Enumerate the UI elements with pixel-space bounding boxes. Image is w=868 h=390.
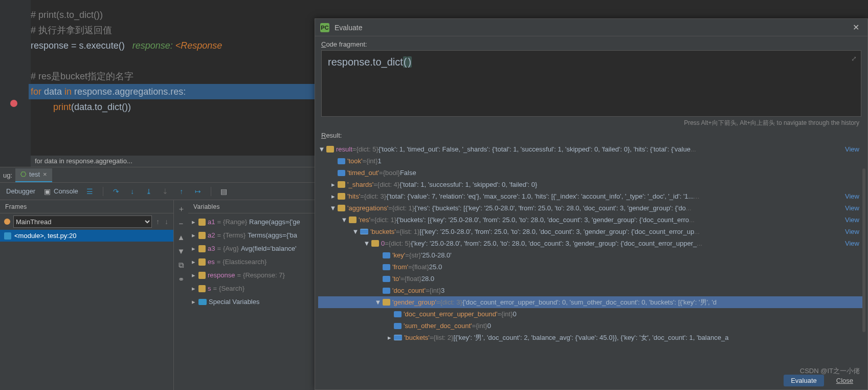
result-tree[interactable]: ▼result = {dict: 5} {'took': 1, 'timed_o… — [315, 143, 867, 343]
expand-icon[interactable]: ▼ — [363, 237, 370, 249]
grid-icon — [198, 299, 207, 305]
result-row[interactable]: 'doc_count_error_upper_bound' = {int} 0 — [318, 308, 864, 320]
result-row[interactable]: 'took' = {int} 1 — [318, 155, 864, 167]
variable-row[interactable]: ▸ es = {Elasticsearch} — [188, 255, 315, 269]
close-icon[interactable]: × — [43, 170, 47, 178]
result-type: {list: 2} — [433, 332, 453, 343]
view-link[interactable]: View — [842, 143, 859, 155]
run-to-cursor-icon[interactable]: ↦ — [193, 187, 203, 196]
step-over-icon[interactable]: ↷ — [112, 187, 121, 196]
result-type: {bool} — [383, 167, 400, 179]
expand-icon[interactable]: ▼ — [374, 296, 382, 308]
result-row[interactable]: 'sum_other_doc_count' = {int} 0 — [318, 320, 864, 332]
thread-status-icon — [4, 219, 10, 225]
result-row[interactable]: ▼'gender_group' = {dict: 3} {'doc_count_… — [318, 296, 864, 308]
expand-icon[interactable]: ▸ — [190, 270, 196, 281]
code-area[interactable]: # print(s.to_dict()) # 执行并拿到返回值 response… — [31, 7, 315, 115]
result-row[interactable]: 'key' = {str} '25.0-28.0' — [318, 249, 864, 261]
result-value: {'total': {'value': 7, 'relation': 'eq'}… — [386, 190, 694, 202]
type-icon — [349, 216, 357, 223]
prev-frame-icon[interactable]: ↑ — [155, 218, 161, 226]
breakpoint-marker[interactable] — [10, 100, 17, 107]
result-row[interactable]: 'from' = {float} 25.0 — [318, 261, 864, 273]
expand-icon[interactable]: ▼ — [329, 202, 337, 214]
result-row[interactable]: ▼'aggregations' = {dict: 1} {'res': {'bu… — [318, 202, 864, 214]
special-variables[interactable]: ▸ Special Variables — [188, 295, 315, 309]
result-row[interactable]: ▸'_shards' = {dict: 4} {'total': 1, 'suc… — [318, 179, 864, 190]
expand-icon[interactable]: ⤢ — [851, 55, 857, 62]
expand-icon[interactable]: ▸ — [190, 216, 196, 228]
expand-icon[interactable]: ▸ — [190, 230, 196, 241]
expand-icon[interactable]: ▸ — [190, 283, 196, 294]
down-icon[interactable]: ▼ — [177, 247, 185, 255]
variable-type: {Elasticsearch} — [222, 256, 266, 268]
object-icon — [198, 232, 206, 239]
expand-icon[interactable]: ▸ — [386, 332, 393, 343]
result-key: 'buckets' — [404, 332, 430, 343]
expand-icon[interactable]: ▼ — [318, 143, 325, 155]
remove-watch-icon[interactable]: − — [179, 219, 184, 228]
up-icon[interactable]: ▲ — [177, 233, 185, 242]
result-row[interactable]: ▸'buckets' = {list: 2} [{'key': '男', 'do… — [318, 332, 864, 343]
expand-icon[interactable]: ▸ — [329, 190, 337, 202]
expand-icon[interactable]: ▼ — [352, 226, 359, 237]
variable-row[interactable]: ▸ a2 = {Terms} Terms(aggs={'ba — [188, 229, 315, 242]
result-row[interactable]: ▼0 = {dict: 5} {'key': '25.0-28.0', 'fro… — [318, 237, 864, 249]
code-fragment-label: Code fragment: — [315, 36, 867, 50]
expand-icon[interactable]: ▸ — [190, 243, 196, 254]
scrollbar[interactable] — [862, 168, 865, 332]
step-into-icon[interactable]: ↓ — [128, 187, 137, 196]
expression-input[interactable]: response.to_dict() ⤢ — [321, 50, 861, 117]
code-editor[interactable]: # print(s.to_dict()) # 执行并拿到返回值 response… — [0, 0, 315, 167]
expand-icon[interactable]: ▼ — [341, 214, 348, 226]
view-link[interactable]: View — [842, 202, 859, 214]
tab-console[interactable]: ▣ Console — [42, 187, 78, 196]
duplicate-icon[interactable]: ⧉ — [179, 261, 184, 270]
type-icon — [383, 299, 390, 306]
result-type: {int} — [476, 320, 487, 332]
view-link[interactable]: View — [842, 237, 859, 249]
step-out-icon[interactable]: ↑ — [177, 187, 186, 196]
variable-row[interactable]: ▸ s = {Search} — [188, 282, 315, 295]
stack-frame[interactable]: <module>, test.py:20 — [0, 230, 173, 242]
result-row[interactable]: ▼'res' = {dict: 1} {'buckets': [{'key': … — [318, 214, 864, 226]
result-row[interactable]: ▼'buckets' = {list: 1} [{'key': '25.0-28… — [318, 226, 864, 237]
threads-icon[interactable]: ☰ — [85, 187, 95, 196]
breadcrumb[interactable]: for data in response.aggregatio... — [31, 156, 315, 167]
object-icon — [198, 245, 206, 252]
variable-name: s — [208, 283, 211, 294]
result-row[interactable]: 'timed_out' = {bool} False — [318, 167, 864, 179]
variable-row[interactable]: ▸ a1 = {Range} Range(aggs={'ge — [188, 215, 315, 229]
debug-run-tab[interactable]: ⎔ test × — [15, 168, 52, 182]
result-row[interactable]: 'doc_count' = {int} 3 — [318, 285, 864, 296]
result-value: {'took': 1, 'timed_out': False, '_shards… — [379, 143, 691, 155]
force-step-icon[interactable]: ⇣ — [161, 187, 170, 196]
view-link[interactable]: View — [842, 226, 859, 237]
result-value: 28.0 — [421, 273, 434, 285]
expand-icon[interactable]: ▸ — [329, 179, 337, 190]
expand-icon[interactable]: ▸ — [190, 256, 196, 268]
step-into-my-icon[interactable]: ⤓ — [144, 187, 153, 196]
type-icon — [338, 193, 345, 200]
result-row[interactable]: ▼result = {dict: 5} {'took': 1, 'timed_o… — [318, 143, 864, 155]
link-icon[interactable]: ⚭ — [178, 275, 185, 284]
close-button[interactable]: Close — [829, 375, 860, 386]
result-value: '25.0-28.0' — [421, 249, 452, 261]
result-value: {'key': '25.0-28.0', 'from': 25.0, 'to':… — [411, 237, 697, 249]
variable-name: es — [208, 256, 215, 268]
view-link[interactable]: View — [842, 214, 859, 226]
tab-label: test — [29, 170, 40, 178]
add-watch-icon[interactable]: ＋ — [177, 204, 185, 214]
thread-selector[interactable]: MainThread — [13, 215, 152, 228]
result-row[interactable]: 'to' = {float} 28.0 — [318, 273, 864, 285]
evaluate-button[interactable]: Evaluate — [784, 375, 824, 386]
variable-row[interactable]: ▸ a3 = {Avg} Avg(field='balance' — [188, 242, 315, 255]
next-frame-icon[interactable]: ↓ — [164, 218, 169, 226]
evaluate-expression-icon[interactable]: ▤ — [219, 187, 229, 196]
result-row[interactable]: ▸'hits' = {dict: 3} {'total': {'value': … — [318, 190, 864, 202]
tab-debugger[interactable]: Debugger — [6, 187, 35, 195]
close-icon[interactable]: ✕ — [850, 21, 862, 33]
view-link[interactable]: View — [842, 190, 859, 202]
variable-row[interactable]: ▸ response = {Response: 7} — [188, 269, 315, 282]
python-icon: ⎔ — [20, 170, 26, 178]
